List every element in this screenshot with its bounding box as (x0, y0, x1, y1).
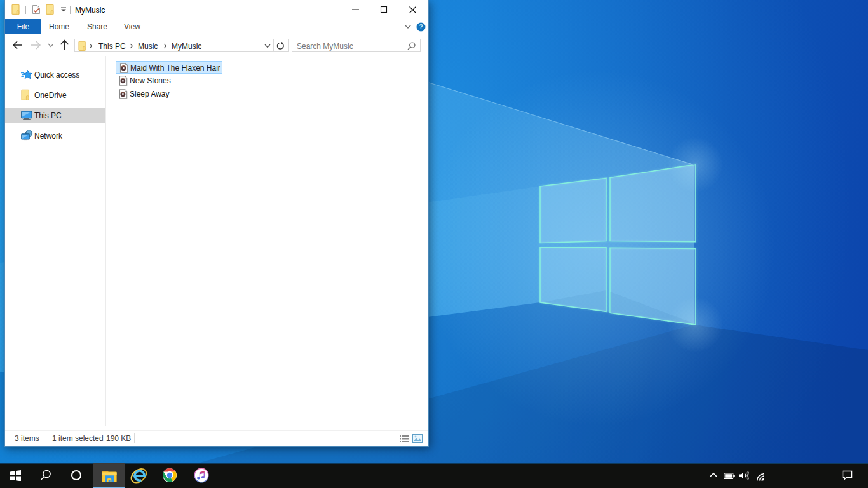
svg-text:?: ? (419, 23, 423, 30)
